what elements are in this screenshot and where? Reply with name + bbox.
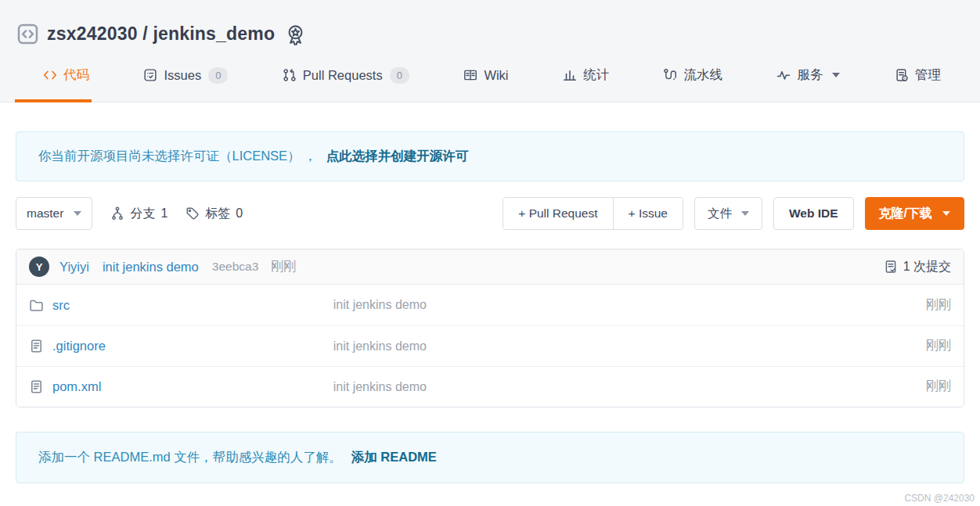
pipeline-icon [663, 68, 677, 82]
issues-count-badge: 0 [208, 67, 228, 84]
repo-nav: 代码 Issues 0 [0, 48, 980, 102]
wiki-icon [463, 68, 477, 82]
file-name-link[interactable]: .gitignore [52, 339, 106, 353]
branches-count: 1 [160, 206, 168, 221]
branches-label: 分支 [130, 206, 155, 222]
watermark: CSDN @242030 [904, 493, 975, 504]
file-name-cell: .gitignore [29, 339, 333, 353]
services-pulse-icon [776, 68, 791, 82]
tab-services[interactable]: 服务 [776, 48, 840, 102]
repo-header: zsx242030 / jenkins_demo [0, 0, 980, 48]
license-create-link[interactable]: 点此选择并创建开源许可 [326, 148, 469, 165]
tab-code-label: 代码 [63, 66, 89, 84]
repo-title: zsx242030 / jenkins_demo [47, 23, 275, 45]
tab-issues[interactable]: Issues 0 [143, 48, 228, 102]
commit-author-link[interactable]: Yiyiyi [59, 260, 89, 275]
tag-icon [186, 206, 200, 221]
tab-manage[interactable]: 管理 [895, 48, 941, 102]
add-readme-link[interactable]: 添加 README [351, 449, 437, 466]
commits-count-label: 1 次提交 [903, 259, 951, 275]
folder-icon [29, 298, 44, 313]
table-row: pom.xml init jenkins demo 刚刚 [16, 366, 964, 407]
new-pull-request-button[interactable]: + Pull Request [503, 198, 612, 229]
file-commit-time: 刚刚 [926, 379, 951, 395]
file-name-cell: pom.xml [29, 379, 333, 394]
tab-wiki-label: Wiki [484, 68, 508, 83]
chevron-down-icon [942, 211, 950, 216]
tab-pipelines-label: 流水线 [683, 66, 722, 84]
clone-download-label: 克隆/下载 [879, 206, 932, 222]
pull-request-icon [283, 68, 297, 82]
tab-code[interactable]: 代码 [43, 48, 89, 102]
code-icon [43, 68, 57, 82]
files-dropdown-label: 文件 [708, 206, 732, 222]
table-row: src init jenkins demo 刚刚 [16, 285, 964, 325]
commits-count-link[interactable]: 1 次提交 [884, 259, 951, 275]
latest-commit-bar: Y Yiyiyi init jenkins demo 3eebca3 刚刚 1 … [16, 249, 964, 285]
clone-download-button[interactable]: 克隆/下载 [865, 197, 964, 230]
pr-issue-button-group: + Pull Request + Issue [503, 197, 683, 230]
license-notice-banner: 你当前开源项目尚未选择许可证（LICENSE） ， 点此选择并创建开源许可 [16, 131, 964, 181]
repo-code-icon [17, 23, 38, 45]
avatar[interactable]: Y [29, 257, 49, 277]
commit-hash[interactable]: 3eebca3 [212, 260, 258, 274]
web-ide-button[interactable]: Web IDE [773, 197, 854, 230]
readme-notice-text: 添加一个 README.md 文件，帮助感兴趣的人了解。 [38, 449, 342, 466]
commit-message-link[interactable]: init jenkins demo [103, 260, 199, 275]
tab-statistics-label: 统计 [583, 66, 609, 84]
file-commit-message[interactable]: init jenkins demo [333, 339, 926, 353]
branch-selector[interactable]: master [16, 197, 92, 230]
license-notice-text: 你当前开源项目尚未选择许可证（LICENSE） ， [38, 148, 317, 165]
tab-pull-requests-label: Pull Requests [303, 68, 383, 83]
commit-time: 刚刚 [271, 259, 296, 275]
stats-icon [563, 68, 577, 82]
repo-file-table: Y Yiyiyi init jenkins demo 3eebca3 刚刚 1 … [16, 249, 964, 407]
file-icon [29, 379, 44, 394]
file-commit-message[interactable]: init jenkins demo [333, 298, 926, 312]
file-commit-message[interactable]: init jenkins demo [333, 380, 926, 394]
file-name-link[interactable]: pom.xml [52, 379, 101, 394]
medal-icon[interactable] [285, 24, 306, 45]
file-icon [29, 339, 44, 353]
tab-services-label: 服务 [797, 66, 823, 84]
top-region: zsx242030 / jenkins_demo 代码 [0, 0, 980, 102]
branch-action-bar: master 分支 1 标签 0 + Pull Request + Issue … [16, 197, 964, 230]
issues-icon [143, 68, 157, 82]
branch-selector-value: master [27, 206, 63, 221]
tags-label: 标签 [205, 206, 230, 222]
table-row: .gitignore init jenkins demo 刚刚 [16, 325, 964, 366]
tab-manage-label: 管理 [915, 66, 941, 84]
tab-statistics[interactable]: 统计 [563, 48, 609, 102]
readme-notice-banner: 添加一个 README.md 文件，帮助感兴趣的人了解。 添加 README [16, 432, 964, 483]
tab-pipelines[interactable]: 流水线 [663, 48, 722, 102]
branches-link[interactable]: 分支 1 [110, 206, 168, 222]
pull-requests-count-badge: 0 [390, 67, 409, 84]
file-name-cell: src [29, 298, 333, 313]
tab-issues-label: Issues [164, 68, 201, 83]
new-issue-button[interactable]: + Issue [613, 198, 683, 229]
files-dropdown-button[interactable]: 文件 [694, 197, 762, 230]
tags-count: 0 [236, 206, 243, 221]
file-commit-time: 刚刚 [926, 297, 951, 314]
tab-pull-requests[interactable]: Pull Requests 0 [283, 48, 409, 102]
file-commit-time: 刚刚 [926, 338, 951, 354]
manage-icon [895, 68, 909, 82]
tags-link[interactable]: 标签 0 [186, 206, 243, 222]
file-name-link[interactable]: src [52, 298, 70, 313]
tab-wiki[interactable]: Wiki [463, 48, 508, 102]
commits-icon [884, 260, 898, 274]
branch-icon [110, 206, 124, 221]
chevron-down-icon [832, 73, 840, 77]
chevron-down-icon [741, 211, 749, 216]
chevron-down-icon [74, 211, 81, 216]
